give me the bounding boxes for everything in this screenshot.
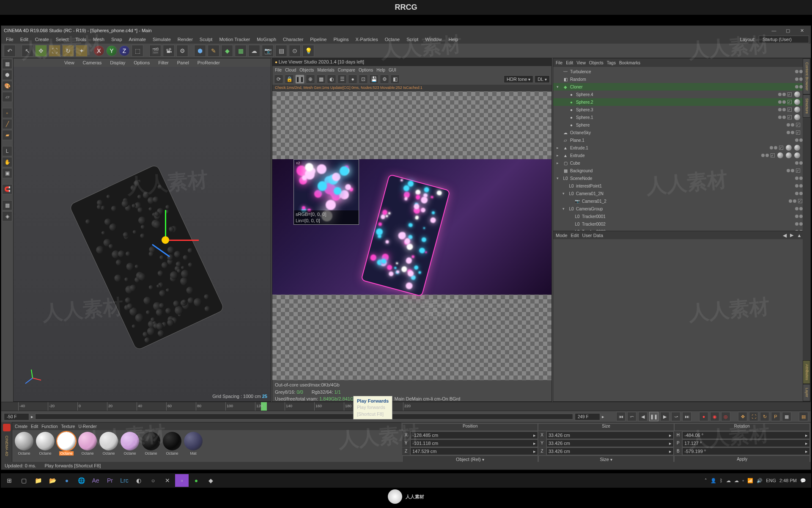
tree-item-cube[interactable]: ▸▢Cube✓ — [553, 159, 810, 167]
matmenu-texture[interactable]: Texture — [61, 424, 75, 429]
tree-label[interactable]: Tracker0001 — [582, 214, 628, 219]
poly-mode[interactable]: ▰ — [2, 130, 12, 140]
menu-help[interactable]: Help — [445, 36, 461, 43]
tree-label[interactable]: Sphere.1 — [576, 115, 623, 120]
tree-enable-check[interactable]: ✓ — [796, 130, 800, 135]
menu-tools[interactable]: Tools — [72, 36, 89, 43]
close-button[interactable]: ✕ — [796, 28, 808, 33]
object-mode[interactable]: ⬢ — [2, 70, 12, 80]
menu-mesh[interactable]: Mesh — [90, 36, 107, 43]
coord-pos-field[interactable]: -128.485 cm▸ — [410, 431, 538, 439]
material-tag[interactable] — [786, 145, 792, 151]
goto-end-button[interactable]: ⏭ — [682, 412, 691, 421]
pen-tool[interactable]: ✎ — [208, 45, 219, 57]
material-octane[interactable]: Octane — [56, 432, 77, 456]
tree-item-camera01_2[interactable]: 📷Camera01_2✓🔴 — [553, 197, 810, 205]
key-rot-button[interactable]: ↻ — [760, 412, 769, 421]
menu-script[interactable]: Script — [403, 36, 421, 43]
goto-next-key-button[interactable]: ⤻ — [671, 412, 680, 421]
tree-item-cameragroup[interactable]: ▾L0CameraGroup✓ — [553, 205, 810, 213]
coord-system[interactable]: ⬚ — [132, 45, 143, 57]
taskbar-explorer[interactable]: 📁 — [31, 474, 45, 487]
tree-visibility-dots[interactable] — [789, 199, 796, 203]
material-octane[interactable]: Octane — [77, 432, 98, 456]
tree-label[interactable]: Plane.1 — [570, 138, 617, 143]
light-tool[interactable]: 💡 — [302, 45, 314, 57]
tree-item-sphere[interactable]: ●Sphere✓ — [553, 121, 810, 129]
lvmenu-options[interactable]: Options — [359, 68, 373, 72]
tree-enable-check[interactable]: ✓ — [787, 115, 792, 119]
tree-item-sphere-1[interactable]: ●Sphere.1✓ — [553, 113, 810, 121]
taskbar-ae[interactable]: Ae — [89, 474, 102, 487]
menu-select[interactable]: Select — [53, 36, 72, 43]
lv-settings[interactable]: ⚙ — [380, 75, 389, 84]
tree-visibility-dots[interactable] — [795, 222, 803, 226]
coord-pos-field[interactable]: -101.118 cm▸ — [410, 439, 538, 447]
viewport-solo[interactable]: ▣ — [2, 168, 12, 178]
lvmenu-objects[interactable]: Objects — [299, 68, 314, 72]
tree-enable-check[interactable]: ✓ — [796, 168, 800, 173]
tab-structure[interactable]: Structure — [803, 94, 810, 118]
axis-y-toggle[interactable]: Y — [106, 45, 117, 56]
autokey-button[interactable]: ◉ — [710, 412, 719, 421]
rotate-tool[interactable]: ↻ — [62, 45, 74, 57]
tray-cloud-icon[interactable]: ☁ — [726, 478, 731, 483]
coord-rot-field[interactable]: 17.127 °▸ — [682, 439, 810, 447]
menu-window[interactable]: Window — [422, 36, 444, 43]
menu-edit[interactable]: Edit — [17, 36, 31, 43]
tree-item-octanesky[interactable]: ☁OctaneSky✓ — [553, 129, 810, 136]
taskbar-app3[interactable]: ○ — [146, 474, 160, 487]
tree-enable-check[interactable]: ✓ — [787, 108, 792, 112]
tree-visibility-dots[interactable] — [795, 161, 803, 165]
lv-lock[interactable]: 🔒 — [285, 75, 294, 84]
material-tag[interactable] — [777, 152, 783, 158]
material-tag[interactable] — [794, 145, 800, 151]
null-tool[interactable]: ⊙ — [289, 45, 301, 57]
tab-cinema4d[interactable]: CINEMA 4D — [4, 433, 10, 459]
nav-axes[interactable] — [22, 367, 43, 389]
material-octane[interactable]: Octane — [120, 432, 140, 456]
tree-label[interactable]: Extrude — [570, 153, 617, 158]
attr-nav-back[interactable]: ◀ — [783, 232, 787, 238]
timeline-end-field[interactable] — [575, 413, 600, 420]
lvmenu-file[interactable]: File — [275, 68, 282, 72]
tree-enable-check[interactable]: ✓ — [787, 92, 792, 97]
tree-visibility-dots[interactable] — [795, 85, 803, 88]
tree-item-extrude[interactable]: ▸▲Extrude✓ — [553, 152, 810, 159]
deformer-tool[interactable]: ▦ — [235, 45, 247, 57]
tree-label[interactable]: Sphere.3 — [576, 108, 623, 112]
tree-visibility-dots[interactable] — [778, 116, 786, 119]
tray-people-icon[interactable]: 👤 — [710, 478, 716, 483]
coord-rot-field[interactable]: -484.06 °▸ — [682, 431, 810, 439]
lv-focus[interactable]: ⊡ — [359, 75, 368, 84]
tray-up-icon[interactable]: ˄ — [705, 478, 707, 483]
lvmenu-cloud[interactable]: Cloud — [285, 68, 296, 72]
coord-rot-field[interactable]: -579.199 °▸ — [682, 447, 810, 455]
tab-attributes[interactable]: Attributes — [803, 360, 810, 384]
tab-layer[interactable]: Layer — [803, 384, 810, 401]
menu-plugins[interactable]: Plugins — [330, 36, 351, 43]
record-button[interactable]: ● — [699, 412, 708, 421]
viewmenu-view[interactable]: View — [62, 59, 77, 66]
edge-mode[interactable]: ╱ — [2, 119, 12, 129]
tree-label[interactable]: Turbulence — [570, 69, 617, 74]
tray-lang[interactable]: ENG — [766, 478, 776, 483]
cube-primitive[interactable]: ⬢ — [194, 45, 206, 57]
menu-mograph[interactable]: MoGraph — [254, 36, 279, 43]
timeline-mode-button[interactable]: ▤ — [799, 412, 808, 421]
tree-label[interactable]: Cloner — [570, 85, 617, 89]
tree-item-plane-1[interactable]: ▱Plane.1✓ — [553, 136, 810, 144]
material-tag[interactable] — [794, 91, 800, 97]
coord-size-field[interactable]: 33.426 cm▸ — [546, 439, 674, 447]
tree-expand-icon[interactable]: ▾ — [557, 85, 561, 89]
attr-nav-fwd[interactable]: ▶ — [790, 232, 793, 238]
tree-expand-icon[interactable]: ▾ — [562, 207, 567, 211]
tree-enable-check[interactable]: ✓ — [787, 100, 792, 104]
timeline-start-spinner[interactable]: ▸ — [31, 414, 33, 420]
objmenu-view[interactable]: View — [576, 61, 586, 65]
minimize-button[interactable]: — — [768, 28, 780, 33]
lv-tone-select[interactable]: HDR tone ▾ — [504, 75, 533, 83]
material-octane[interactable]: Octane — [162, 432, 182, 456]
menu-file[interactable]: File — [3, 36, 16, 43]
step-back-button[interactable]: ◀ — [638, 412, 647, 421]
